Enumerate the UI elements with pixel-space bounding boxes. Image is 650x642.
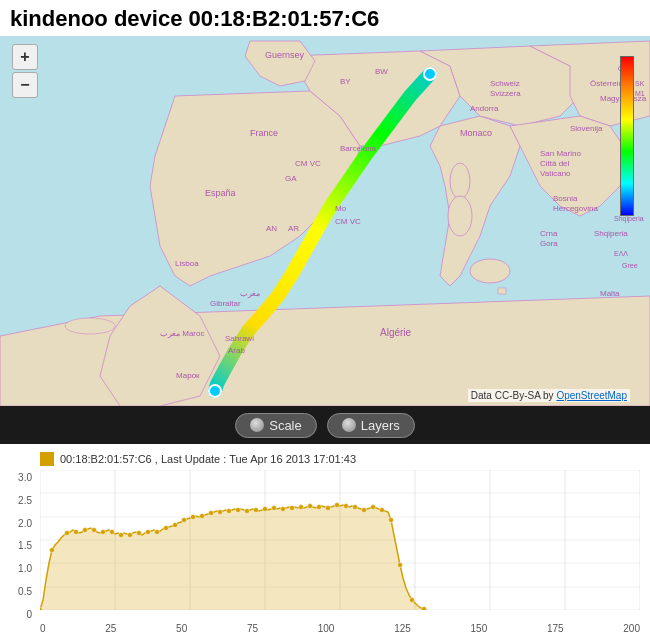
svg-point-73 [110,530,115,535]
svg-point-7 [209,385,221,397]
x-label-50: 50 [176,623,187,634]
y-label-3: 1.5 [18,540,32,551]
svg-point-94 [299,505,304,510]
x-label-125: 125 [394,623,411,634]
scale-button[interactable]: Scale [235,413,317,438]
scale-label: Scale [269,418,302,433]
legend-color [40,452,54,466]
svg-point-69 [74,530,79,535]
svg-text:Lisboa: Lisboa [175,259,199,268]
toolbar: Scale Layers [0,406,650,444]
svg-point-103 [380,508,385,513]
svg-point-107 [422,607,427,611]
svg-text:Hercegovina: Hercegovina [553,204,598,213]
x-label-175: 175 [547,623,564,634]
svg-point-96 [317,505,322,510]
y-label-4: 2.0 [18,518,32,529]
svg-point-105 [398,563,403,568]
svg-text:España: España [205,188,236,198]
zoom-in-button[interactable]: + [12,44,38,70]
chart-legend: 00:18:B2:01:57:C6 , Last Update : Tue Ap… [40,452,640,466]
svg-text:SK: SK [635,80,645,87]
chart-svg [40,470,640,610]
svg-text:Sahrawi: Sahrawi [225,334,254,343]
svg-text:Slovenija: Slovenija [570,124,603,133]
svg-text:مغرب Maroc: مغرب Maroc [160,329,204,338]
svg-point-95 [308,504,313,509]
svg-text:Gora: Gora [540,239,558,248]
zoom-out-button[interactable]: − [12,72,38,98]
svg-point-89 [254,508,259,513]
layers-button[interactable]: Layers [327,413,415,438]
svg-point-83 [200,514,205,519]
osm-link[interactable]: OpenStreetMap [556,390,627,401]
svg-text:Vaticano: Vaticano [540,169,571,178]
legend-text: 00:18:B2:01:57:C6 , Last Update : Tue Ap… [60,453,356,465]
svg-text:Svizzera: Svizzera [490,89,521,98]
svg-text:Bosnia: Bosnia [553,194,578,203]
svg-point-68 [65,531,70,536]
svg-point-90 [263,507,268,512]
svg-point-74 [119,533,124,538]
svg-text:France: France [250,128,278,138]
chart-container: 3.0 2.5 2.0 1.5 1.0 0.5 0 00:18:B2:01:57… [0,444,650,640]
color-scale [620,56,634,216]
svg-text:CM VC: CM VC [295,159,321,168]
y-axis: 3.0 2.5 2.0 1.5 1.0 0.5 0 [0,472,36,620]
x-label-100: 100 [318,623,335,634]
svg-point-99 [344,504,349,509]
svg-text:Марок: Марок [176,371,200,380]
svg-text:M1: M1 [635,90,645,97]
svg-rect-4 [498,288,506,294]
svg-point-80 [173,523,178,528]
x-label-150: 150 [471,623,488,634]
scale-icon [250,418,264,432]
svg-text:San Marino: San Marino [540,149,581,158]
svg-point-92 [281,507,286,512]
svg-point-78 [155,530,160,535]
svg-point-91 [272,506,277,511]
svg-point-87 [236,508,241,513]
x-label-75: 75 [247,623,258,634]
svg-text:Malta: Malta [600,289,620,298]
layers-icon [342,418,356,432]
svg-text:Algérie: Algérie [380,327,412,338]
svg-point-101 [362,508,367,513]
svg-text:BY: BY [340,77,351,86]
svg-point-6 [424,68,436,80]
svg-point-93 [290,506,295,511]
svg-text:GA: GA [285,174,297,183]
svg-text:EΛΛ: EΛΛ [614,250,628,257]
svg-text:Guernsey: Guernsey [265,50,305,60]
svg-point-106 [410,598,415,603]
svg-point-3 [470,259,510,283]
svg-text:Andorra: Andorra [470,104,499,113]
svg-text:Città del: Città del [540,159,570,168]
y-label-1: 0.5 [18,586,32,597]
map-attribution: Data CC-By-SA by OpenStreetMap [468,389,630,402]
svg-point-104 [389,518,394,523]
svg-point-1 [450,163,470,199]
map-container: France España Lisboa Gibraltar Sahrawi A… [0,36,650,406]
y-label-0: 0 [26,609,32,620]
svg-text:مغرب: مغرب [240,289,260,298]
svg-point-2 [448,196,472,236]
svg-text:Gibraltar: Gibraltar [210,299,241,308]
x-label-0: 0 [40,623,46,634]
y-label-2: 1.0 [18,563,32,574]
svg-point-77 [146,530,151,535]
svg-point-97 [326,506,331,511]
svg-point-85 [218,510,223,515]
svg-point-81 [182,518,187,523]
svg-text:AR: AR [288,224,299,233]
svg-point-5 [65,318,115,334]
svg-text:AN: AN [266,224,277,233]
svg-point-82 [191,515,196,520]
y-label-6: 3.0 [18,472,32,483]
svg-point-72 [101,530,106,535]
svg-point-67 [50,548,55,553]
page-title: kindenoo device 00:18:B2:01:57:C6 [0,0,650,36]
svg-point-76 [137,531,142,536]
svg-text:Crna: Crna [540,229,558,238]
svg-text:Gree: Gree [622,262,638,269]
